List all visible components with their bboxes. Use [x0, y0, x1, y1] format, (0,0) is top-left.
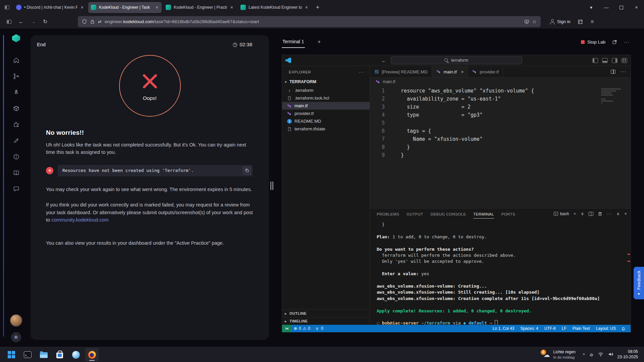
code-editor[interactable]: 1 2 3 4 5 6 7 8 9 resource "aws_ebs_volu… — [370, 86, 631, 208]
tray-chevron-icon[interactable]: ^ — [583, 352, 585, 357]
file-row-.terraform[interactable]: ›.terraform — [282, 86, 370, 94]
terminal-output[interactable]: }Plan: 1 to add, 0 to change, 0 to destr… — [370, 219, 631, 325]
browser-tab[interactable]: KodeKloud - Engineer | Task× — [88, 2, 162, 13]
stop-lab-button[interactable]: Stop Lab — [581, 40, 605, 45]
panel-tab-output[interactable]: OUTPUT — [407, 209, 423, 219]
microsoft-store-button[interactable] — [53, 348, 66, 361]
command-center-search[interactable]: terraform — [391, 56, 522, 64]
editor-tab[interactable]: main.tf× — [432, 66, 468, 77]
shell-selector[interactable]: bash — [554, 212, 569, 216]
weather-widget[interactable]: ☁4 Lichte regenIn de middag — [540, 348, 579, 361]
sidebar-item-puzzle[interactable] — [10, 119, 22, 130]
split-editor-icon[interactable] — [611, 70, 615, 74]
navigate-back-icon[interactable]: ← — [381, 58, 386, 63]
vscode-menu-icon[interactable] — [285, 58, 291, 63]
permissions-icon[interactable]: ⇄ — [98, 19, 102, 24]
status-ln-1-col-43[interactable]: Ln 1, Col 43 — [490, 326, 518, 331]
browser-tab[interactable]: KodeKloud - Engineer | Practice× — [163, 2, 236, 13]
browser-button[interactable] — [69, 348, 83, 361]
panel-resize-handle[interactable] — [270, 181, 273, 190]
kill-terminal-icon[interactable] — [598, 212, 602, 216]
tray-network-icon[interactable] — [598, 352, 603, 358]
sidebar-item-chat[interactable] — [10, 183, 22, 194]
user-avatar[interactable] — [10, 314, 22, 327]
sidebar-item-package[interactable] — [10, 103, 22, 114]
window-close-button[interactable]: × — [629, 0, 644, 15]
close-panel-icon[interactable]: × — [624, 211, 627, 216]
project-section-header[interactable]: ▾ TERRAFORM — [282, 78, 370, 86]
close-tab-icon[interactable]: × — [461, 69, 464, 74]
tab-close-icon[interactable]: × — [230, 5, 234, 10]
status-plain-text[interactable]: Plain Text — [570, 326, 593, 331]
editor-tab[interactable]: provider.tf — [468, 66, 503, 77]
window-maximize-button[interactable] — [614, 0, 629, 15]
save-page-icon[interactable] — [524, 19, 529, 24]
panel-tab-debug-console[interactable]: DEBUG CONSOLE — [431, 209, 466, 219]
sign-in-button[interactable]: Sign in — [546, 16, 574, 27]
file-row-README.MD[interactable]: iREADME.MD — [282, 117, 370, 125]
remote-indicator[interactable]: >< — [282, 325, 291, 332]
outline-section[interactable]: ▸OUTLINE — [282, 309, 370, 317]
tab-close-icon[interactable]: × — [155, 5, 159, 10]
sidebar-item-book[interactable] — [10, 167, 22, 178]
sidebar-item-info[interactable] — [10, 151, 22, 162]
firefox-view-button[interactable] — [2, 2, 12, 12]
url-bar[interactable]: ⇄ engineer.kodekloud.com/task?id=6818bdb… — [78, 16, 541, 27]
file-row-main.tf[interactable]: main.tf — [282, 102, 370, 110]
tracking-protection-shield-icon[interactable] — [82, 19, 87, 24]
terminal-app-button[interactable]: >_ — [21, 348, 34, 361]
status-spaces-4[interactable]: Spaces: 4 — [517, 326, 541, 331]
tab-close-icon[interactable]: × — [305, 5, 309, 10]
panel-more-icon[interactable]: ··· — [607, 211, 612, 216]
back-button[interactable]: ← — [15, 16, 27, 27]
explorer-more-icon[interactable]: ··· — [359, 69, 364, 74]
file-row-.terraform.lock.hcl[interactable]: .terraform.lock.hcl — [282, 94, 370, 102]
terminal-dropdown-icon[interactable]: ∨ — [581, 211, 584, 216]
tray-status-icon[interactable]: ⊘ — [590, 352, 593, 357]
problems-indicator[interactable]: ⊗0 ⚠0 — [291, 325, 313, 332]
feedback-button[interactable]: Feedback ★ — [634, 267, 644, 299]
browser-tab[interactable]: • Discord | #chit-chat | Kevin Po...× — [13, 2, 87, 13]
profile-badge[interactable]: R — [11, 332, 21, 342]
terminal-1-tab[interactable]: Terminal 1 — [282, 36, 305, 48]
maximize-panel-icon[interactable]: ∧ — [616, 211, 620, 216]
copy-button[interactable] — [243, 167, 251, 175]
bookmark-star-icon[interactable]: ☆ — [532, 19, 537, 25]
reload-button[interactable]: ↻ — [40, 16, 51, 27]
windows-start-button[interactable] — [5, 348, 18, 361]
window-minimize-button[interactable]: — — [599, 0, 614, 15]
extensions-icon[interactable] — [575, 16, 586, 27]
editor-more-icon[interactable]: ··· — [620, 69, 627, 75]
panel-tab-terminal[interactable]: TERMINAL — [473, 209, 494, 219]
firefox-button[interactable] — [85, 348, 99, 361]
sidebar-item-home[interactable] — [10, 54, 22, 66]
breadcrumb[interactable]: main.tf — [370, 78, 631, 86]
tray-volume-icon[interactable] — [608, 352, 613, 358]
status-layout-us[interactable]: Layout: US — [593, 326, 619, 331]
file-explorer-button[interactable] — [37, 348, 50, 361]
timeline-section[interactable]: ▸TIMELINE — [282, 317, 370, 325]
lab-more-icon[interactable]: ··· — [624, 39, 630, 45]
url-text[interactable]: engineer.kodekloud.com/task?id=6818bdb7a… — [105, 19, 521, 24]
menu-button[interactable]: ≡ — [587, 16, 598, 27]
status-lf[interactable]: LF — [559, 326, 570, 331]
ports-indicator[interactable]: 0 — [313, 325, 326, 332]
sidebar-item-rocket[interactable] — [10, 86, 22, 98]
toggle-panel-icon[interactable] — [602, 58, 608, 63]
kodekloud-logo[interactable] — [9, 32, 23, 45]
notifications-bell-icon[interactable] — [619, 325, 628, 332]
toggle-secondary-sidebar-icon[interactable] — [612, 58, 618, 63]
sidebar-item-notes[interactable] — [10, 135, 22, 146]
new-terminal-icon[interactable]: + — [574, 211, 577, 216]
forward-button[interactable]: → — [28, 16, 39, 27]
open-external-icon[interactable] — [612, 40, 617, 45]
panel-tab-ports[interactable]: PORTS — [501, 209, 515, 219]
split-terminal-icon[interactable] — [589, 212, 593, 216]
panel-tab-problems[interactable]: PROBLEMS — [377, 209, 399, 219]
add-terminal-button[interactable]: + — [318, 39, 321, 45]
taskbar-clock[interactable]: 08:05 23-10-2025 — [618, 349, 641, 360]
end-button[interactable]: End — [37, 42, 46, 47]
file-row-terraform.tfstate[interactable]: terraform.tfstate — [282, 125, 370, 133]
toggle-sidebar-icon[interactable] — [592, 58, 598, 63]
community-link[interactable]: community.kodekloud.com — [51, 217, 109, 223]
